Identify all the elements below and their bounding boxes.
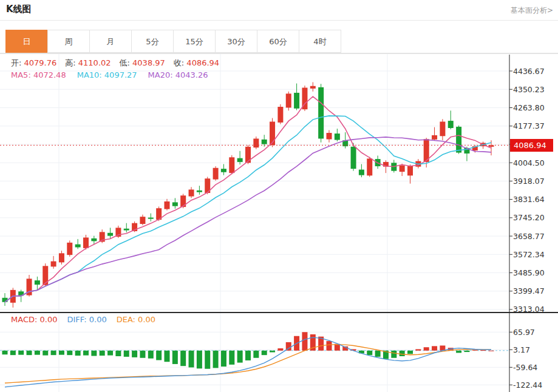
macd-hist-bar [67, 351, 72, 355]
page-title: K线图 [6, 4, 32, 15]
tab-timeframe-3[interactable]: 月 [89, 30, 132, 53]
tab-timeframe-7[interactable]: 60分 [257, 30, 299, 53]
tab-timeframe-2[interactable]: 周 [47, 30, 90, 53]
macd-hist-bar [480, 350, 486, 351]
macd-axis-label: -59.64 [513, 363, 537, 372]
macd-hist-bar [83, 351, 89, 356]
macd-hist-bar [245, 351, 251, 360]
candle-body [107, 233, 113, 236]
candle-body [448, 121, 454, 128]
candle-body [91, 238, 97, 242]
macd-hist-bar [59, 351, 64, 355]
tab-timeframe-8[interactable]: 4时 [299, 30, 341, 53]
macd-hist-bar [221, 351, 226, 367]
macd-hist-bar [205, 351, 210, 369]
macd-hist-bar [27, 351, 32, 355]
macd-chart-canvas[interactable] [0, 313, 558, 392]
ohlc-row-item-2: 低: 4038.97 [120, 58, 165, 69]
tab-timeframe-5[interactable]: 15分 [173, 30, 216, 53]
macd-hist-bar [124, 351, 129, 357]
ma-line-10 [5, 116, 491, 302]
candlestick-chart-canvas[interactable] [0, 53, 558, 313]
macd-hist-bar [400, 351, 405, 356]
candle-body [172, 202, 178, 206]
macd-hist-bar [132, 351, 137, 357]
macd-hist-bar [424, 347, 429, 351]
tab-timeframe-1[interactable]: 日 [5, 30, 48, 53]
candle-body [75, 245, 81, 248]
candle-body [83, 237, 89, 248]
header-divider [0, 20, 558, 21]
candle-body [277, 107, 283, 123]
macd-row-item-2: DEA: 0.00 [117, 315, 155, 324]
macd-hist-bar [262, 351, 267, 355]
macd-axis-label: 3.17 [513, 345, 530, 354]
ohlc-row-item-3: 收: 4086.94 [174, 58, 219, 69]
price-axis-label: 3658.77 [513, 232, 545, 241]
candle-body [310, 86, 316, 89]
macd-hist-bar [107, 351, 113, 356]
macd-row-item-1: DIFF: 0.00 [67, 315, 106, 324]
candle-body [165, 201, 170, 209]
macd-hist-bar [270, 351, 275, 353]
macd-hist-bar [156, 351, 162, 360]
price-axis-label: 4177.37 [513, 121, 545, 130]
macd-axis-label: 65.97 [513, 328, 535, 337]
price-axis-label: 3399.47 [513, 286, 545, 296]
candle-body [148, 218, 154, 219]
candle-body [318, 87, 324, 139]
candle-body [35, 280, 40, 285]
tab-timeframe-6[interactable]: 30分 [215, 30, 257, 53]
macd-row-item-0: MACD: 0.00 [11, 315, 57, 324]
tab-timeframe-4[interactable]: 5分 [131, 30, 174, 53]
macd-hist-bar [10, 351, 16, 355]
macd-hist-bar [237, 351, 243, 363]
ohlc-readout: 开: 4079.76高: 4110.02低: 4038.97收: 4086.94 [11, 58, 219, 69]
macd-hist-bar [277, 348, 283, 351]
candle-body [229, 157, 234, 173]
candle-body [400, 166, 405, 172]
macd-hist-bar [456, 351, 461, 353]
price-axis-label: 3918.07 [513, 177, 545, 186]
macd-hist-bar [91, 351, 97, 356]
candle-body [440, 121, 445, 136]
macd-hist-bar [407, 351, 413, 354]
candle-body [67, 243, 72, 255]
macd-hist-bar [75, 351, 81, 356]
candle-body [180, 195, 186, 207]
candle-body [270, 121, 275, 144]
candle-body [2, 298, 8, 302]
ma-row-item-1: MA10: 4097.27 [77, 70, 137, 79]
macd-hist-bar [375, 351, 381, 357]
candle-body [51, 262, 56, 267]
macd-hist-bar [302, 332, 307, 350]
candle-body [237, 158, 243, 162]
macd-hist-bar [51, 351, 56, 355]
macd-hist-bar [172, 351, 178, 364]
candle-body [221, 169, 226, 172]
candle-body [286, 93, 291, 107]
macd-hist-bar [165, 351, 170, 362]
candle-body [359, 170, 364, 175]
diff-line [5, 337, 491, 387]
candle-body [367, 158, 372, 175]
kline-page: { "header": { "title": "K线图", "link_labe… [0, 0, 558, 392]
macd-hist-bar [43, 351, 48, 356]
current-price-tag: 4086.94 [510, 139, 553, 152]
macd-hist-bar [2, 351, 8, 354]
candle-body [351, 147, 356, 169]
price-axis-label: 3572.34 [513, 250, 545, 259]
timeframe-tabbar: 日周月5分15分30分60分4时 [6, 30, 341, 53]
price-axis-label: 3485.90 [513, 268, 545, 277]
fundamental-analysis-link[interactable]: 基本面分析> [511, 5, 553, 16]
macd-hist-bar [391, 351, 396, 358]
price-axis-label: 4004.50 [513, 158, 545, 167]
candle-body [213, 168, 219, 180]
candle-body [456, 127, 461, 153]
candle-body [59, 253, 64, 262]
macd-hist-bar [253, 351, 259, 358]
macd-hist-bar [18, 351, 24, 355]
macd-hist-bar [367, 351, 372, 355]
macd-hist-bar [115, 351, 121, 356]
macd-hist-bar [327, 341, 332, 351]
